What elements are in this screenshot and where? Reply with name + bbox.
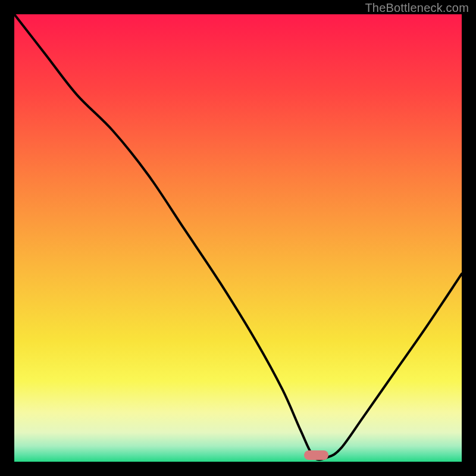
chart-frame: TheBottleneck.com xyxy=(0,0,476,476)
bottleneck-curve xyxy=(14,14,462,462)
plot-area xyxy=(14,14,462,462)
optimal-marker xyxy=(304,450,328,460)
watermark-text: TheBottleneck.com xyxy=(365,1,469,15)
